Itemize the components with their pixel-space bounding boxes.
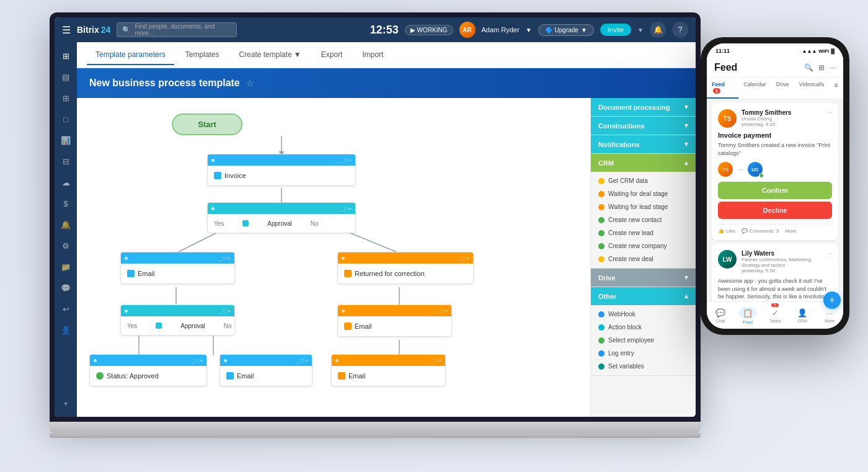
crm-toggle-icon: ▴ (684, 159, 688, 167)
tab-create-template[interactable]: Create template ▼ (230, 45, 309, 65)
sidebar-icon-docs[interactable]: □ (57, 110, 74, 128)
approval1-node[interactable]: _ □ × Yes Approval No (207, 202, 356, 233)
rp-section-header-docproc[interactable]: Document processing ▾ (591, 98, 696, 116)
waiting-lead-label: Waiting for lead stage (608, 203, 668, 210)
phone-more-icon[interactable]: ··· (830, 63, 836, 72)
sidebar-icon-analytics[interactable]: 📊 (57, 131, 74, 149)
username: Adam Ryder (482, 26, 520, 33)
work-status[interactable]: ▶ WORKING (405, 25, 453, 35)
sidebar-icon-back[interactable]: ↩ (57, 300, 74, 318)
rp-item-waiting-lead[interactable]: Waiting for lead stage (591, 200, 696, 213)
rp-section-header-crm[interactable]: CRM ▴ (591, 154, 696, 172)
phone-tab-feed[interactable]: Feed 1 (707, 78, 738, 99)
notifications-icon[interactable]: 🔔 (650, 22, 666, 38)
pbn-tasks-icon: ✓ (772, 308, 779, 318)
feed-arrow-icon: → (737, 165, 744, 174)
sidebar-icon-drive[interactable]: ☁ (57, 174, 74, 191)
select-employee-icon (598, 337, 604, 344)
phone-feed-title: Feed (714, 62, 737, 73)
status-approved-node[interactable]: _ □ × Status: Approved (89, 354, 207, 386)
crm-items: Get CRM data Waiting for deal stage (591, 172, 696, 268)
laptop-screen-outer: ☰ Bitrix 24 🔍 Find people, documents, an… (50, 12, 701, 422)
help-icon[interactable]: ? (672, 22, 688, 38)
sidebar-icon-apps[interactable]: ⊞ (57, 89, 74, 107)
invoice-node[interactable]: _ □ × Invoice (207, 154, 356, 186)
rp-item-log-entry[interactable]: Log entry (591, 347, 696, 360)
rp-section-header-constructions[interactable]: Constructions ▾ (591, 117, 696, 135)
constructions-toggle-icon: ▾ (684, 122, 688, 130)
sidebar-icon-feed[interactable]: ▤ (57, 68, 74, 86)
pbn-crm[interactable]: 👤 CRM (789, 302, 816, 329)
sidebar-icon-bell[interactable]: 🔔 (57, 216, 74, 233)
sidebar-icon-home[interactable]: ⊞ (57, 47, 74, 65)
new-deal-label: Create new deal (608, 256, 653, 262)
sidebar-icon-chat[interactable]: 💬 (57, 279, 74, 296)
fab-button[interactable]: + (823, 292, 841, 309)
rp-item-get-crm-data[interactable]: Get CRM data (591, 174, 696, 187)
invite-button[interactable]: Invite (600, 24, 631, 36)
email2-node[interactable]: _ □ × Email (337, 305, 452, 337)
drive-title: Drive (598, 274, 616, 282)
node-actions: _ □ × (219, 256, 231, 261)
phone-tab-videocalls[interactable]: Videocalls (794, 78, 830, 99)
workflow-canvas[interactable]: Start _ □ × (77, 98, 590, 417)
email1-node[interactable]: _ □ × Email (120, 252, 235, 284)
confirm-button[interactable]: Confirm (718, 182, 832, 199)
tab-export[interactable]: Export (312, 45, 352, 65)
pbn-chat[interactable]: 💬 Chat (707, 302, 734, 329)
more-actions-button[interactable]: More (785, 228, 796, 234)
email4-node[interactable]: _ □ × Email (331, 354, 446, 386)
sidebar-icon-add[interactable]: + (57, 394, 74, 412)
returned-node[interactable]: _ □ × Returned for correction (337, 252, 474, 284)
rp-item-webhook[interactable]: WebHook (591, 308, 696, 321)
phone-tab-more[interactable]: ≡ (830, 78, 843, 99)
phone-tab-drive[interactable]: Drive (771, 78, 794, 99)
email3-node[interactable]: _ □ × Email (219, 354, 312, 386)
invite-dropdown[interactable]: ▼ (637, 27, 644, 33)
new-lead-icon (598, 230, 604, 236)
card-more-icon-1[interactable]: ··· (827, 109, 832, 116)
phone-device: 11:11 ▲▲▲ WiFi ▓ Feed 🔍 ⊞ ··· Fe (701, 37, 849, 335)
rp-item-select-employee[interactable]: Select employee (591, 334, 696, 347)
sidebar-icon-crm[interactable]: $ (57, 195, 74, 212)
rp-item-waiting-deal[interactable]: Waiting for deal stage (591, 187, 696, 200)
rp-section-header-notifications[interactable]: Notifications ▾ (591, 135, 696, 153)
rp-item-set-variables[interactable]: Set variables (591, 360, 696, 373)
sidebar-icon-tasks[interactable]: ⊟ (57, 153, 74, 170)
tab-import[interactable]: Import (353, 45, 392, 65)
rp-item-new-contact[interactable]: Create new contact (591, 213, 696, 226)
comments-label: Comments: 3 (750, 228, 779, 234)
like-button[interactable]: 👍 Like (718, 228, 735, 234)
tab-template-parameters[interactable]: Template parameters (87, 45, 174, 65)
approval2-node[interactable]: _ □ × Yes Approval No (120, 305, 235, 336)
tab-templates[interactable]: Templates (177, 45, 228, 65)
sidebar-icon-settings[interactable]: ⚙ (57, 237, 74, 254)
user-dropdown-arrow[interactable]: ▼ (526, 27, 532, 33)
comments-button[interactable]: 💬 Comments: 3 (742, 228, 779, 234)
upgrade-button[interactable]: 🔷 Upgrade ▼ (538, 24, 594, 36)
sidebar-icon-files[interactable]: 📁 (57, 258, 74, 275)
rp-item-action-block[interactable]: Action block (591, 321, 696, 334)
favorite-star-icon[interactable]: ☆ (246, 78, 254, 88)
rp-section-header-drive[interactable]: Drive ▾ (591, 269, 696, 287)
rp-item-new-lead[interactable]: Create new lead (591, 226, 696, 239)
returned-icon (344, 270, 352, 277)
card-more-icon-2[interactable]: ··· (827, 250, 832, 274)
sidebar-icon-users[interactable]: 👤 (57, 321, 74, 339)
phone-feed[interactable]: TS Tommy Smithers Ursula Cheng yesterday… (707, 99, 843, 301)
pbn-tasks[interactable]: ✓ Tasks 5 (761, 302, 789, 329)
menu-icon[interactable]: ☰ (62, 24, 71, 36)
search-bar[interactable]: 🔍 Find people, documents, and more... (117, 22, 236, 37)
phone-grid-icon[interactable]: ⊞ (818, 63, 825, 72)
phone-search-icon[interactable]: 🔍 (804, 63, 813, 72)
pbn-chat-icon: 💬 (715, 308, 725, 318)
phone-tab-calendar[interactable]: Calendar (738, 78, 771, 99)
email3-body: Email (220, 366, 312, 386)
phone-status-bar: 11:11 ▲▲▲ WiFi ▓ (707, 43, 843, 58)
pbn-feed[interactable]: 📋 Feed (734, 302, 761, 329)
decline-button[interactable]: Decline (718, 202, 832, 219)
rp-section-header-other[interactable]: Other ▴ (591, 287, 696, 305)
rp-item-new-company[interactable]: Create new company (591, 239, 696, 252)
rp-item-new-deal[interactable]: Create new deal (591, 252, 696, 265)
new-company-label: Create new company (608, 243, 667, 249)
